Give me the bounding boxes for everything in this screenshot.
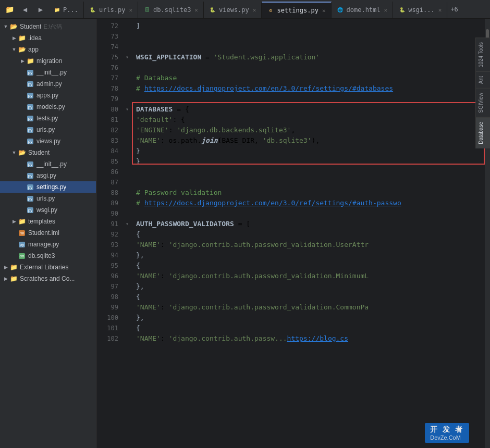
tree-item-urls-py-student[interactable]: pyurls.py (0, 193, 96, 204)
line-number: 97 (96, 281, 118, 292)
tree-item-tests-py[interactable]: pytests.py (0, 113, 96, 124)
tree-arrow: ▼ (10, 149, 18, 156)
tab-label: db.sqlite3 (153, 6, 191, 14)
tree-label: urls.py (36, 126, 55, 133)
tab-bar-controls: 📁 ◀ ▶ (2, 2, 48, 17)
code-line: { (132, 292, 485, 302)
right-tool-sgiview[interactable]: SGIView (476, 88, 490, 117)
gutter-empty (123, 83, 132, 94)
tree-item-db-sqlite[interactable]: dbdb.sqlite3 (0, 250, 96, 262)
tree-arrow: ▶ (10, 218, 18, 225)
tab-close-icon[interactable]: ✕ (438, 7, 442, 14)
tree-file-icon: 📁 (18, 34, 26, 42)
tree-file-icon: 📁 (18, 217, 26, 226)
tab-wsgi[interactable]: 🐍wsgi...✕ (393, 2, 447, 18)
tree-item-idea[interactable]: ▶📁.idea (0, 32, 96, 44)
line-number: 102 (96, 333, 118, 344)
gutter-empty (123, 167, 132, 177)
tab-overflow[interactable]: +6 (447, 6, 461, 13)
tree-item-ext-libs[interactable]: ▶📁External Libraries (0, 262, 96, 273)
fold-indicator[interactable]: ▾ (123, 52, 132, 63)
tree-label: templates (28, 218, 55, 225)
main-area: ▼📂Student E:\代码▶📁.idea▼📂app▶📁migrationpy… (0, 19, 490, 448)
code-line: }, (132, 281, 485, 292)
fold-indicator[interactable]: ▾ (123, 104, 132, 115)
tab-close-icon[interactable]: ✕ (129, 7, 132, 14)
tree-file-icon: py (26, 137, 34, 145)
tree-item-models-py[interactable]: pymodels.py (0, 101, 96, 113)
line-number: 81 (96, 115, 118, 125)
project-icon[interactable]: 📁 (2, 2, 17, 17)
tree-item-settings-py[interactable]: pysettings.py (0, 181, 96, 193)
nav-back-icon[interactable]: ◀ (18, 2, 32, 17)
tree-item-apps-py[interactable]: pyapps.py (0, 90, 96, 101)
tree-item-views-py[interactable]: pyviews.py (0, 135, 96, 147)
tree-item-admin-py[interactable]: pyadmin.py (0, 78, 96, 90)
tree-item-init-app[interactable]: py__init__.py (0, 67, 96, 78)
tree-label: db.sqlite3 (28, 252, 55, 259)
tree-item-wsgi-py[interactable]: pywsgi.py (0, 204, 96, 216)
tree-item-student-iml[interactable]: mlStudent.iml (0, 227, 96, 239)
tree-label: External Libraries (20, 264, 68, 271)
code-line (132, 63, 485, 73)
code-line: } (132, 146, 485, 156)
file-tree: ▼📂Student E:\代码▶📁.idea▼📂app▶📁migrationpy… (0, 19, 96, 448)
fold-gutter: ▾▾▾ (123, 19, 132, 448)
tree-label: views.py (36, 138, 60, 145)
tab-close-icon[interactable]: ✕ (194, 7, 198, 14)
right-tool-1024-tools[interactable]: 1024 Tools (476, 38, 490, 71)
tree-file-icon: py (26, 126, 34, 134)
gutter-empty (123, 271, 132, 281)
tree-item-urls-py-app[interactable]: pyurls.py (0, 124, 96, 135)
fold-indicator[interactable]: ▾ (123, 219, 132, 229)
tree-arrow: ▶ (10, 34, 18, 42)
tree-file-icon: py (26, 160, 34, 168)
right-tools-panel: 1024 ToolsAntSGIViewDatabase (475, 38, 490, 148)
tab-P[interactable]: 📁P... (48, 2, 84, 18)
tab-icon: ⚙ (267, 7, 274, 14)
tab-dbsqlite3[interactable]: 🗄db.sqlite3✕ (138, 2, 204, 18)
line-number: 88 (96, 188, 118, 198)
tree-path: E:\代码 (43, 23, 62, 31)
code-line: WSGI_APPLICATION = 'Student.wsgi.applica… (132, 52, 485, 63)
code-line (132, 42, 485, 52)
tree-label: apps.py (36, 92, 58, 99)
tab-close-icon[interactable]: ✕ (322, 7, 326, 14)
line-number: 85 (96, 156, 118, 167)
line-numbers: 7273747576777879808182838485868788899091… (96, 19, 123, 448)
tree-item-init-student[interactable]: py__init__.py (0, 158, 96, 170)
editor-area: 7273747576777879808182838485868788899091… (96, 19, 490, 448)
tree-item-manage-py[interactable]: pymanage.py (0, 239, 96, 250)
tree-label: app (28, 46, 39, 53)
code-content[interactable]: ]WSGI_APPLICATION = 'Student.wsgi.applic… (132, 19, 485, 448)
code-line (132, 167, 485, 177)
watermark-line2: DevZe.CoM (430, 434, 464, 441)
gutter-empty (123, 156, 132, 167)
tree-item-student-folder[interactable]: ▼📂Student (0, 147, 96, 158)
right-tool-ant[interactable]: Ant (476, 71, 490, 88)
tree-item-templates[interactable]: ▶📁templates (0, 216, 96, 227)
tab-settingspy[interactable]: ⚙settings.py✕ (262, 2, 331, 18)
line-number: 90 (96, 208, 118, 219)
gutter-empty (123, 73, 132, 83)
tab-urlspy[interactable]: 🐍urls.py✕ (84, 2, 138, 18)
tree-file-icon: py (26, 91, 34, 99)
gutter-empty (123, 208, 132, 219)
line-number: 101 (96, 323, 118, 333)
gutter-empty (123, 125, 132, 135)
tree-item-asgi-py[interactable]: pyasgi.py (0, 170, 96, 181)
tab-close-icon[interactable]: ✕ (384, 7, 388, 14)
tab-close-icon[interactable]: ✕ (253, 7, 256, 14)
tab-domehtml[interactable]: 🌐dome.html✕ (332, 2, 394, 18)
tree-item-scratches[interactable]: ▶📁Scratches and Co... (0, 273, 96, 284)
right-tool-database[interactable]: Database (476, 117, 490, 148)
line-number: 95 (96, 260, 118, 271)
tree-item-app[interactable]: ▼📂app (0, 44, 96, 55)
tab-viewspy[interactable]: 🐍views.py✕ (204, 2, 262, 18)
nav-forward-icon[interactable]: ▶ (33, 2, 48, 17)
tree-label: manage.py (28, 241, 59, 248)
tree-item-migration[interactable]: ▶📁migration (0, 55, 96, 67)
tree-item-student-root[interactable]: ▼📂Student E:\代码 (0, 21, 96, 32)
tree-file-icon: 📁 (9, 263, 18, 271)
code-line: 'NAME': 'django.contrib.auth.passw...htt… (132, 333, 485, 344)
